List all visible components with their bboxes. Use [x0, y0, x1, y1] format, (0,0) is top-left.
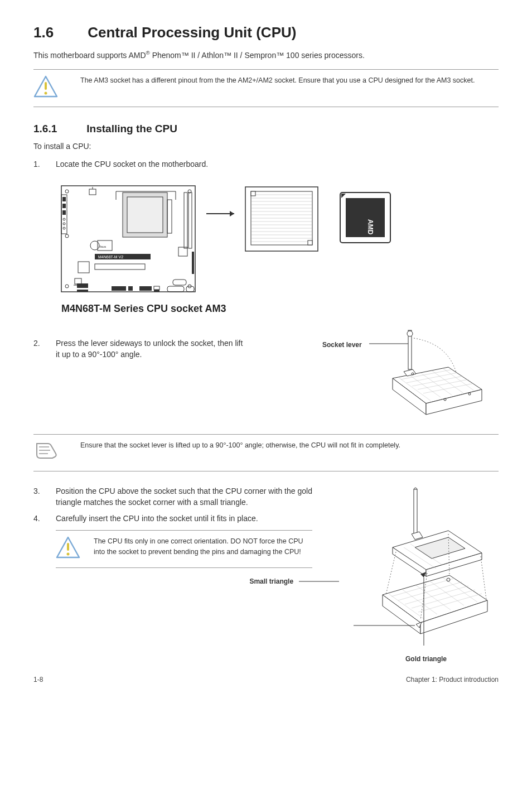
svg-rect-46 [245, 187, 318, 251]
svg-text:M4N68T-M V2: M4N68T-M V2 [98, 255, 123, 259]
step-num: 1. [33, 159, 56, 170]
section-number: 1.6 [33, 22, 84, 42]
step-4: 4. Carefully insert the CPU into the soc… [33, 513, 346, 524]
svg-point-92 [67, 552, 70, 555]
svg-rect-9 [89, 189, 96, 195]
svg-rect-37 [173, 280, 186, 285]
note-icon [33, 440, 58, 466]
subsection-title: Installing the CPU [86, 123, 177, 134]
svg-rect-19 [127, 197, 163, 233]
step-num: 3. [33, 486, 56, 508]
svg-rect-66 [346, 198, 385, 237]
warning-callout-2: The CPU fits only in one correct orienta… [56, 530, 312, 568]
bottom-row: 3. Position the CPU above the socket suc… [33, 486, 499, 664]
warning-callout: The AM3 socket has a different pinout fr… [33, 69, 499, 107]
svg-point-15 [63, 218, 65, 220]
svg-rect-38 [167, 286, 184, 292]
svg-point-8 [65, 234, 69, 238]
step-text: Press the lever sideways to unlock the s… [56, 338, 245, 360]
step-num: 4. [33, 513, 56, 524]
svg-rect-39 [186, 286, 194, 292]
svg-line-118 [386, 552, 396, 595]
intro-reg: ® [146, 50, 150, 56]
svg-rect-31 [77, 290, 88, 292]
gold-triangle-label: Gold triangle [405, 655, 447, 663]
step-text: Position the CPU above the socket such t… [56, 486, 312, 508]
section-heading: 1.6 Central Processing Unit (CPU) [33, 22, 499, 42]
svg-rect-64 [308, 240, 312, 245]
svg-rect-20 [167, 200, 172, 233]
svg-rect-63 [251, 191, 255, 196]
figure-caption: M4N68T-M Series CPU socket AM3 [61, 302, 499, 316]
svg-rect-34 [139, 286, 152, 291]
warning-text: The AM3 socket has a different pinout fr… [80, 75, 475, 86]
steps-list-bottom: 3. Position the CPU above the socket suc… [33, 486, 346, 524]
svg-point-4 [65, 190, 69, 193]
svg-point-2 [45, 92, 47, 95]
svg-rect-13 [62, 204, 66, 208]
subsection-lead: To install a CPU: [33, 141, 499, 152]
svg-marker-102 [412, 532, 423, 540]
svg-rect-28 [78, 262, 89, 273]
svg-point-17 [63, 227, 65, 229]
svg-point-16 [63, 223, 65, 225]
svg-rect-14 [62, 210, 66, 215]
svg-rect-36 [154, 290, 159, 292]
svg-rect-41 [75, 278, 81, 284]
small-triangle-label: Small triangle [249, 577, 293, 585]
svg-line-120 [481, 556, 486, 599]
step-text: Carefully insert the CPU into the socket… [56, 513, 258, 524]
svg-rect-94 [414, 489, 417, 534]
leader-line [296, 578, 340, 585]
svg-marker-45 [230, 211, 234, 216]
svg-rect-12 [62, 197, 66, 201]
cpu-install-figure: Gold triangle [354, 486, 499, 664]
intro-pre: This motherboard supports AMD [33, 51, 146, 60]
svg-point-71 [407, 331, 413, 336]
motherboard-diagram: /isus M4N68T-M V2 [56, 180, 402, 297]
svg-rect-32 [112, 286, 126, 291]
subsection-heading: 1.6.1 Installing the CPU [33, 122, 499, 137]
step-num: 2. [33, 338, 56, 360]
caution-icon [56, 536, 80, 562]
svg-rect-35 [154, 286, 159, 290]
svg-text:/isus: /isus [99, 245, 106, 248]
section-intro: This motherboard supports AMD® Phenom™ I… [33, 49, 499, 61]
intro-post: Phenom™ II / Athlon™ II / Sempron™ 100 s… [150, 51, 365, 60]
subsection-number: 1.6.1 [33, 122, 84, 137]
svg-rect-29 [95, 264, 145, 269]
svg-marker-68 [341, 194, 346, 198]
note-callout: Ensure that the socket lever is lifted u… [33, 434, 499, 472]
chapter-label: Chapter 1: Product introduction [406, 675, 499, 685]
svg-rect-1 [45, 82, 47, 90]
svg-rect-33 [128, 286, 133, 291]
step-text: Locate the CPU socket on the motherboard… [56, 159, 208, 170]
warning-text-2: The CPU fits only in one correct orienta… [94, 536, 312, 557]
svg-rect-40 [192, 252, 194, 274]
step-3: 3. Position the CPU above the socket suc… [33, 486, 346, 508]
svg-rect-21 [184, 192, 187, 248]
socket-lever-figure: Socket lever [309, 328, 499, 426]
socket-lever-label: Socket lever [322, 340, 362, 350]
svg-point-24 [90, 241, 99, 250]
caution-icon [33, 75, 58, 101]
step-1: 1. Locate the CPU socket on the motherbo… [33, 159, 499, 170]
step2-row: 2. Press the lever sideways to unlock th… [33, 328, 499, 426]
svg-rect-91 [67, 543, 69, 551]
figure-motherboard: /isus M4N68T-M V2 [56, 180, 499, 297]
note-text: Ensure that the socket lever is lifted u… [80, 440, 400, 451]
steps-list: 1. Locate the CPU socket on the motherbo… [33, 159, 499, 170]
page-footer: 1-8 Chapter 1: Product introduction [33, 675, 499, 685]
page-number: 1-8 [33, 675, 43, 685]
svg-rect-22 [188, 192, 192, 248]
svg-text:AMD: AMD [366, 219, 374, 235]
svg-point-6 [65, 285, 69, 288]
section-title: Central Processing Unit (CPU) [88, 24, 296, 41]
